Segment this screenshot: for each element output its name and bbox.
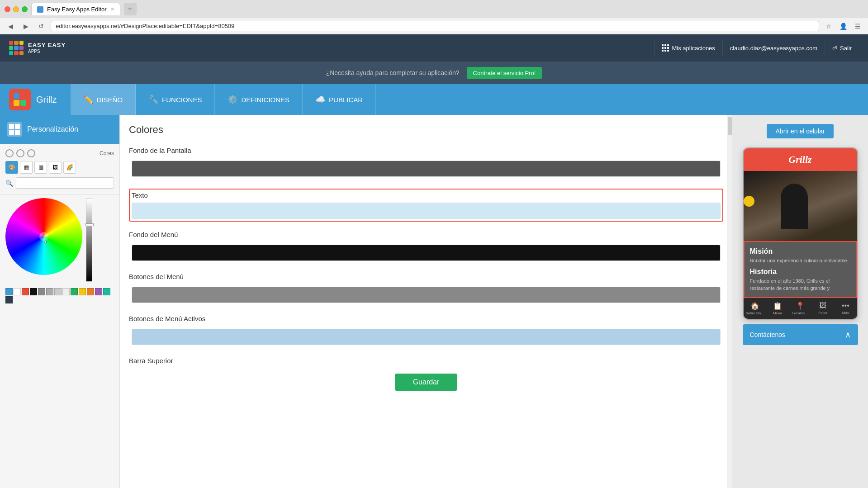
color-wheel-dot — [44, 241, 47, 243]
swatch-gray2[interactable] — [46, 288, 53, 295]
botones-activos-bar[interactable] — [132, 329, 721, 345]
scroll-track[interactable] — [727, 115, 732, 488]
color-swatches — [0, 285, 119, 306]
swatch-orange[interactable] — [87, 288, 94, 295]
phone-header-bar: Grillz — [744, 148, 857, 171]
sidebar-personalization-item[interactable]: Personalización — [0, 115, 119, 144]
address-bar[interactable]: editor.easyeasyapps.net/#DesignPlace:edi… — [51, 21, 819, 31]
texto-bar[interactable] — [132, 203, 721, 219]
sliders-tool[interactable]: ▥ — [34, 161, 47, 174]
editor-header: Grillz ✏️ DISEÑO 🔧 FUNCIONES ⚙️ DEFINICI… — [0, 84, 868, 115]
search-icon: 🔍 — [5, 180, 13, 187]
tab-close-icon[interactable]: ✕ — [110, 6, 114, 12]
color-wheel-tool[interactable]: 🎨 — [5, 161, 18, 174]
editor-area: Colores Fondo de la Pantalla Texto Fondo… — [120, 115, 732, 488]
menu-icon[interactable]: ☰ — [852, 20, 863, 32]
tool-circles — [5, 149, 35, 157]
tab-design[interactable]: ✏️ DISEÑO — [71, 84, 136, 115]
definitions-icon: ⚙️ — [228, 95, 237, 104]
botones-activos-wrapper[interactable] — [129, 326, 723, 348]
back-btn[interactable]: ◀ — [5, 20, 16, 32]
color-wheel-container — [0, 194, 119, 285]
nav-loc-label: Localiza... — [792, 311, 808, 315]
botones-menu-wrapper[interactable] — [129, 284, 723, 306]
scroll-thumb[interactable] — [728, 117, 732, 135]
open-phone-btn[interactable]: Abrir en el celular — [767, 124, 834, 138]
texto-wrapper[interactable]: Texto — [129, 189, 723, 222]
nav-mas[interactable]: ••• Más — [834, 300, 857, 317]
image-tool[interactable]: 🖼 — [49, 161, 62, 174]
swatch-gray3[interactable] — [54, 288, 62, 295]
nav-menu[interactable]: 📋 Menú — [766, 300, 789, 317]
minimize-btn[interactable] — [13, 6, 19, 12]
barra-superior-label: Barra Superior — [129, 357, 723, 365]
swatch-gray1[interactable] — [38, 288, 45, 295]
phone-mision-title: Misión — [750, 247, 851, 256]
mis-aplicaciones-btn[interactable]: Mis aplicaciones — [654, 41, 722, 55]
fondo-menu-wrapper[interactable] — [129, 242, 723, 264]
fondo-menu-bar[interactable] — [132, 245, 721, 261]
botones-activos-label: Botones de Menú Activos — [129, 315, 723, 322]
nav-localizacion[interactable]: 📍 Localiza... — [789, 300, 811, 317]
header-nav: Mis aplicaciones claudio.diaz@easyeasyap… — [654, 41, 859, 55]
editor-tabs: ✏️ DISEÑO 🔧 FUNCIONES ⚙️ DEFINICIONES ☁️… — [71, 84, 376, 115]
swatch-dark[interactable] — [5, 296, 13, 303]
app-icon-grid — [14, 93, 26, 106]
circle-3[interactable] — [27, 149, 35, 157]
contact-bar[interactable]: Contáctenos ∧ — [743, 324, 858, 345]
nav-sobre[interactable]: 🏠 Sobre No... — [744, 300, 766, 317]
forward-btn[interactable]: ▶ — [20, 20, 32, 32]
brightness-slider[interactable] — [86, 198, 92, 282]
brightness-handle[interactable] — [85, 223, 94, 226]
chevron-up-icon: ∧ — [845, 330, 851, 340]
search-row: 🔍 — [5, 177, 114, 189]
fondo-pantalla-bar[interactable] — [132, 161, 721, 177]
nav-fotos[interactable]: 🖼 Fotos — [811, 300, 834, 317]
color-wheel[interactable] — [5, 198, 82, 282]
color-section-botones-menu: Botones del Menú — [129, 273, 723, 306]
header-email: claudio.diaz@easyeasyapps.com — [723, 41, 825, 55]
swatch-green[interactable] — [71, 288, 78, 295]
maximize-btn[interactable] — [22, 6, 28, 12]
user-icon[interactable]: 👤 — [837, 20, 849, 32]
circle-2[interactable] — [16, 149, 24, 157]
close-btn[interactable] — [5, 6, 10, 12]
contact-label: Contáctenos — [750, 331, 786, 338]
swatch-gray4[interactable] — [62, 288, 70, 295]
fondo-pantalla-wrapper[interactable] — [129, 158, 723, 180]
new-tab-btn[interactable]: + — [124, 3, 137, 15]
botones-menu-bar[interactable] — [132, 287, 721, 303]
tab-publish[interactable]: ☁️ PUBLICAR — [303, 84, 376, 115]
promo-btn[interactable]: Contrate el servicio Pro! — [467, 67, 542, 79]
swatch-teal[interactable] — [103, 288, 110, 295]
swatch-yellow[interactable] — [79, 288, 86, 295]
tools-label: Cores — [100, 150, 114, 156]
logout-btn[interactable]: ⏎ Salir — [825, 41, 859, 55]
swatch-white[interactable] — [14, 288, 21, 295]
phone-app-title: Grillz — [788, 154, 811, 166]
swatch-blue[interactable] — [5, 288, 13, 295]
color-section-fondo-menu: Fondo del Menú — [129, 231, 723, 264]
refresh-btn[interactable]: ↺ — [35, 20, 47, 32]
swatch-purple[interactable] — [95, 288, 102, 295]
color-wheel-center — [39, 232, 48, 241]
bookmark-icon[interactable]: ☆ — [823, 20, 835, 32]
circle-1[interactable] — [5, 149, 14, 157]
save-btn[interactable]: Guardar — [395, 374, 458, 391]
tool-icons-row: 🎨 ▦ ▥ 🖼 🌈 — [5, 161, 114, 174]
swatch-black[interactable] — [30, 288, 37, 295]
app-header: EASY EASY APPS Mis aplicaciones claudio.… — [0, 34, 868, 62]
browser-tab[interactable]: Easy Easy Apps Editor ✕ — [31, 3, 120, 15]
swatch-red[interactable] — [22, 288, 29, 295]
promo-text: ¿Necesita ayuda para completar su aplica… — [326, 69, 460, 76]
traffic-lights — [5, 6, 28, 12]
cursor-dot — [744, 196, 754, 207]
tab-definitions[interactable]: ⚙️ DEFINICIONES — [215, 84, 303, 115]
tab-functions[interactable]: 🔧 FUNCIONES — [136, 84, 215, 115]
color-wheel-canvas[interactable] — [5, 198, 82, 275]
browser-titlebar: Easy Easy Apps Editor ✕ + — [0, 0, 868, 18]
palette-tool[interactable]: ▦ — [20, 161, 33, 174]
gradient-tool[interactable]: 🌈 — [63, 161, 76, 174]
color-search-input[interactable] — [16, 177, 114, 189]
nav-mas-label: Más — [842, 311, 849, 315]
